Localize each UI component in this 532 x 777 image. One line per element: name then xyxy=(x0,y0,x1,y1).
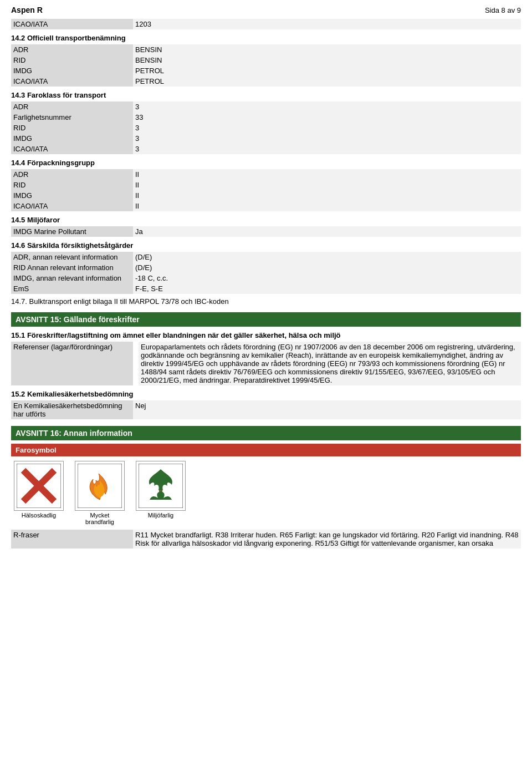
value: 33 xyxy=(133,112,521,123)
value: (D/E) xyxy=(133,252,521,262)
hazard-label: Miljöfarlig xyxy=(148,512,173,519)
hazard-icon xyxy=(14,461,64,511)
table-row: EmSF-E, S-E xyxy=(11,283,521,294)
table-row: RIDBENSIN xyxy=(11,55,521,65)
value: F-E, S-E xyxy=(133,283,521,294)
section-143-title: 14.3 Faroklass för transport xyxy=(11,91,521,99)
table-row: Farlighetsnummer33 xyxy=(11,112,521,123)
hazard-label: Mycket brandfarlig xyxy=(85,512,114,525)
value: II xyxy=(133,190,521,201)
farosymbol-banner: Farosymbol xyxy=(11,444,521,456)
value: BENSIN xyxy=(133,44,521,55)
page-header: Aspen R Sida 8 av 9 xyxy=(11,6,521,14)
kem-label: En Kemikaliesäkerhetsbedömning har utför… xyxy=(11,400,133,419)
value: (D/E) xyxy=(133,262,521,273)
value: II xyxy=(133,180,521,190)
label: ICAO/IATA xyxy=(11,144,133,154)
value: PETROL xyxy=(133,65,521,76)
label: RID xyxy=(11,180,133,190)
table-row: IMDGPETROL xyxy=(11,65,521,76)
label: EmS xyxy=(11,283,133,294)
label: ADR xyxy=(11,101,133,112)
label: IMDG xyxy=(11,133,133,144)
section-152-title: 15.2 Kemikaliesäkerhetsbedömning xyxy=(11,390,521,398)
table-row: ICAO/IATA 1203 xyxy=(11,19,521,29)
value: -18 C, c.c. xyxy=(133,273,521,283)
label: RID Annan relevant information xyxy=(11,262,133,273)
value: 3 xyxy=(133,101,521,112)
value: Ja xyxy=(133,226,521,237)
section-144-table: ADRIIRIDIIIMDGIIICAO/IATAII xyxy=(11,169,521,211)
ref-value: Europaparlamentets och rådets förordning… xyxy=(139,342,521,385)
r-fraser-label: R-fraser xyxy=(11,530,133,549)
section-145-table: IMDG Marine PollutantJa xyxy=(11,226,521,237)
label: ADR xyxy=(11,169,133,180)
section-145-title: 14.5 Miljöfaror xyxy=(11,216,521,224)
icao-iata-table: ICAO/IATA 1203 xyxy=(11,19,521,29)
value: 3 xyxy=(133,144,521,154)
table-row: ADR, annan relevant information(D/E) xyxy=(11,252,521,262)
section-146-table: ADR, annan relevant information(D/E)RID … xyxy=(11,252,521,294)
section-142-table: ADRBENSINRIDBENSINIMDGPETROLICAO/IATAPET… xyxy=(11,44,521,87)
label: Farlighetsnummer xyxy=(11,112,133,123)
hazard-icon xyxy=(136,461,186,511)
label: ADR, annan relevant information xyxy=(11,252,133,262)
section16-banner: AVSNITT 16: Annan information xyxy=(11,426,521,440)
value: 3 xyxy=(133,133,521,144)
value: 3 xyxy=(133,123,521,133)
ref-label: Referenser (lagar/förordningar) xyxy=(11,342,133,385)
label: RID xyxy=(11,55,133,65)
table-row: ADRII xyxy=(11,169,521,180)
section-143-table: ADR3Farlighetsnummer33RID3IMDG3ICAO/IATA… xyxy=(11,101,521,154)
table-row: ADRBENSIN xyxy=(11,44,521,55)
r-fraser-value: R11 Mycket brandfarligt. R38 Irriterar h… xyxy=(133,530,521,549)
label: IMDG xyxy=(11,190,133,201)
hazard-symbol-box: Miljöfarlig xyxy=(133,461,188,525)
table-row: RIDII xyxy=(11,180,521,190)
table-row: RID3 xyxy=(11,123,521,133)
label: RID xyxy=(11,123,133,133)
kem-value: Nej xyxy=(133,400,521,419)
label: IMDG Marine Pollutant xyxy=(11,226,133,237)
section-151-title: 15.1 Föreskrifter/lagstiftning om ämnet … xyxy=(11,331,521,339)
table-row: ICAO/IATA3 xyxy=(11,144,521,154)
value: PETROL xyxy=(133,76,521,87)
page-number: Sida 8 av 9 xyxy=(485,6,521,14)
label: IMDG xyxy=(11,65,133,76)
label: ADR xyxy=(11,44,133,55)
kem-row: En Kemikaliesäkerhetsbedömning har utför… xyxy=(11,400,521,419)
section-147-title: 14.7. Bulktransport enligt bilaga II til… xyxy=(11,297,521,306)
r-fraser-row: R-fraser R11 Mycket brandfarligt. R38 Ir… xyxy=(11,530,521,549)
label-icao-iata: ICAO/IATA xyxy=(11,19,133,29)
value-icao-iata: 1203 xyxy=(133,19,521,29)
table-row: IMDG Marine PollutantJa xyxy=(11,226,521,237)
value: II xyxy=(133,201,521,211)
label: ICAO/IATA xyxy=(11,76,133,87)
label: ICAO/IATA xyxy=(11,201,133,211)
table-row: IMDG, annan relevant information-18 C, c… xyxy=(11,273,521,283)
hazard-icon xyxy=(75,461,125,511)
references-row: Referenser (lagar/förordningar) Europapa… xyxy=(11,342,521,385)
hazard-label: Hälsoskadlig xyxy=(22,512,56,519)
table-row: ICAO/IATAII xyxy=(11,201,521,211)
table-row: IMDG3 xyxy=(11,133,521,144)
section-144-title: 14.4 Förpackningsgrupp xyxy=(11,159,521,167)
section-142-title: 14.2 Officiell transportbenämning xyxy=(11,34,521,42)
hazard-symbol-box: Mycket brandfarlig xyxy=(72,461,127,525)
section-146-title: 14.6 Särskilda försiktighetsåtgärder xyxy=(11,241,521,250)
table-row: ICAO/IATAPETROL xyxy=(11,76,521,87)
table-row: ADR3 xyxy=(11,101,521,112)
section15-banner: AVSNITT 15: Gällande föreskrifter xyxy=(11,312,521,327)
hazard-symbol-box: Hälsoskadlig xyxy=(11,461,66,525)
label: IMDG, annan relevant information xyxy=(11,273,133,283)
table-row: RID Annan relevant information(D/E) xyxy=(11,262,521,273)
value: BENSIN xyxy=(133,55,521,65)
table-row: IMDGII xyxy=(11,190,521,201)
app-title: Aspen R xyxy=(11,6,43,14)
hazard-symbols-container: Hälsoskadlig Mycket brandfarlig Miljöfar… xyxy=(11,461,521,525)
value: II xyxy=(133,169,521,180)
